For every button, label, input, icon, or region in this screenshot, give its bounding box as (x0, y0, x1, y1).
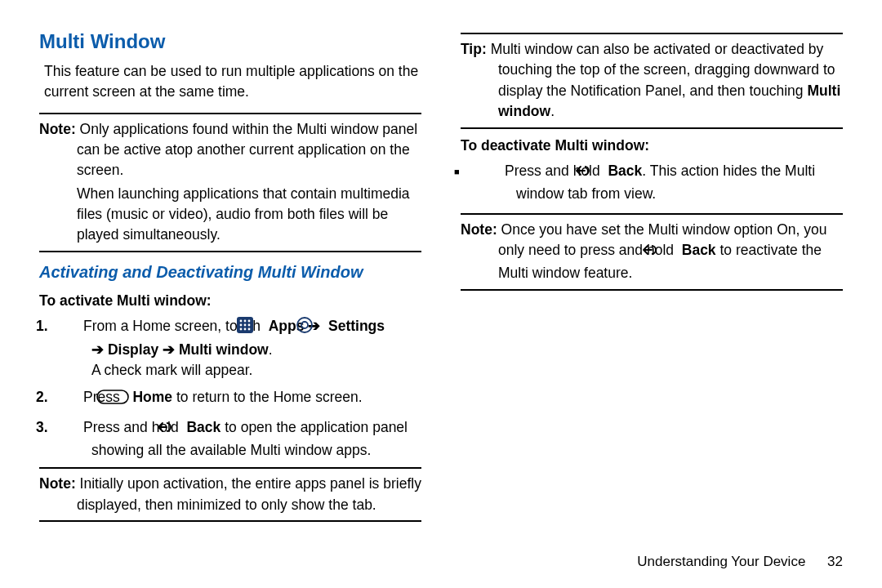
multi-window-label: Multi window (179, 341, 269, 358)
home-label: Home (132, 389, 172, 405)
svg-point-10 (297, 318, 312, 332)
svg-point-7 (239, 328, 242, 331)
divider (461, 213, 843, 215)
note3-text: Note: Once you have set the Multi window… (461, 220, 843, 284)
divider (39, 251, 421, 252)
activate-steps: 1.From a Home screen, touch Apps ➔ Setti… (39, 316, 421, 461)
arrow-icon: ➔ (91, 341, 104, 358)
note2-body: Initially upon activation, the entire ap… (77, 475, 421, 512)
note-block-1: Note: Only applications found within the… (39, 119, 421, 246)
divider (39, 467, 421, 469)
bullet-icon: ■ (485, 166, 505, 179)
svg-point-6 (247, 324, 250, 327)
note-label: Note: (39, 475, 76, 492)
divider (39, 113, 421, 114)
tip-post: . (550, 103, 555, 119)
step2-post: to return to the Home screen. (172, 389, 362, 405)
divider (461, 127, 843, 129)
intro-text: This feature can be used to run multiple… (44, 61, 421, 103)
arrow-icon: ➔ (163, 341, 175, 358)
tip-text: Tip: Multi window can also be activated … (461, 39, 843, 122)
page-footer: Understanding Your Device 32 (637, 554, 843, 570)
svg-point-2 (243, 320, 246, 323)
home-button-icon (124, 390, 129, 410)
svg-point-4 (239, 324, 242, 327)
svg-point-8 (243, 328, 246, 331)
note2-text: Note: Initially upon activation, the ent… (39, 474, 421, 515)
back-label: Back (682, 242, 716, 258)
step-number: 2. (64, 387, 83, 408)
step1-line2: A check mark will appear. (91, 362, 252, 378)
display-label: Display (108, 341, 163, 358)
svg-rect-12 (97, 390, 128, 403)
deactivate-heading: To deactivate Multi window: (461, 136, 843, 156)
step-number: 1. (64, 316, 83, 336)
left-column: Multi Window This feature can be used to… (29, 28, 441, 572)
tip-body: Multi window can also be activated or de… (491, 41, 835, 99)
step1-post: . (269, 341, 273, 358)
right-column: Tip: Multi window can also be activated … (441, 28, 853, 572)
note-label: Note: (461, 221, 497, 238)
svg-point-9 (247, 328, 250, 331)
note1-text: Only applications found within the Multi… (77, 121, 417, 179)
note1-line1: Note: Only applications found within the… (39, 119, 421, 181)
note1-line2: When launching applications that contain… (39, 184, 421, 246)
subsection-title: Activating and Deactivating Multi Window (39, 261, 421, 284)
deactivate-step: ■Press and hold Back. This action hides … (461, 161, 843, 205)
settings-label: Settings (328, 318, 385, 334)
note-block-3: Note: Once you have set the Multi window… (461, 220, 843, 284)
divider (461, 289, 843, 291)
divider (461, 33, 843, 34)
note-label: Note: (39, 121, 76, 137)
step-2: 2.Press Home to return to the Home scree… (39, 387, 421, 410)
tip-block: Tip: Multi window can also be activated … (461, 39, 843, 122)
back-label: Back (186, 419, 220, 435)
step-number: 3. (64, 417, 83, 438)
page-number: 32 (827, 554, 843, 569)
divider (39, 520, 421, 522)
svg-point-5 (243, 324, 246, 327)
note-block-2: Note: Initially upon activation, the ent… (39, 474, 421, 515)
step-3: 3.Press and hold Back to open the applic… (39, 417, 421, 461)
svg-point-1 (239, 320, 242, 323)
svg-point-3 (247, 320, 250, 323)
section-title: Multi Window (39, 28, 421, 56)
tip-label: Tip: (461, 41, 487, 57)
step-1: 1.From a Home screen, touch Apps ➔ Setti… (39, 316, 421, 381)
chapter-name: Understanding Your Device (637, 554, 805, 569)
activate-heading: To activate Multi window: (39, 291, 421, 311)
svg-point-11 (301, 322, 308, 328)
back-label: Back (608, 163, 642, 179)
page: Multi Window This feature can be used to… (0, 0, 882, 588)
